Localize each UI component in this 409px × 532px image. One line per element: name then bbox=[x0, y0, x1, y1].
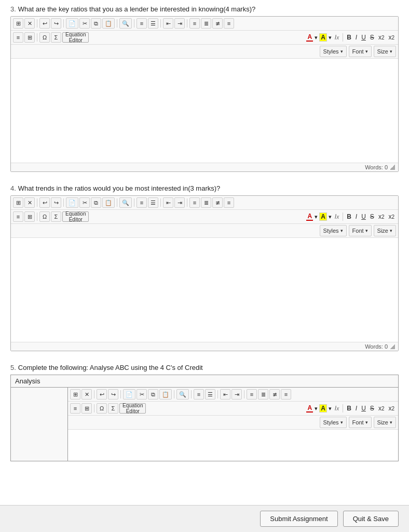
q4-styles-dropdown[interactable]: Styles bbox=[320, 225, 347, 236]
q5-tb-align-right[interactable]: ≢ bbox=[269, 389, 280, 400]
q5-italic-btn[interactable]: I bbox=[354, 403, 359, 414]
q4-tb-source[interactable]: ⊞ bbox=[13, 197, 23, 208]
q4-tb-ol[interactable]: ≡ bbox=[137, 197, 147, 208]
q3-subscript-btn[interactable]: x2 bbox=[377, 32, 386, 43]
q4-tb-align-right[interactable]: ≢ bbox=[212, 197, 223, 208]
q4-clear-format-btn[interactable]: Ix bbox=[333, 211, 340, 222]
q3-tb-align-justify[interactable]: ≡ bbox=[224, 18, 234, 29]
q3-tb-indent-more[interactable]: ⇥ bbox=[174, 18, 185, 29]
q4-tb-maximize[interactable]: ✕ bbox=[24, 197, 35, 208]
q3-tb-cut[interactable]: ✂ bbox=[79, 18, 90, 29]
q5-strike-btn[interactable]: S bbox=[369, 403, 376, 414]
q5-superscript-btn[interactable]: x2 bbox=[387, 403, 396, 414]
q5-size-dropdown[interactable]: Size bbox=[374, 417, 396, 428]
q4-tb-copy[interactable]: ⧉ bbox=[91, 197, 101, 208]
q3-size-dropdown[interactable]: Size bbox=[374, 46, 396, 57]
q3-tb-table[interactable]: ⊞ bbox=[24, 32, 35, 43]
q4-tb-list[interactable]: ≡ bbox=[13, 211, 23, 222]
q3-font-color-arrow[interactable]: ▾ bbox=[315, 34, 318, 41]
q3-tb-find[interactable]: 🔍 bbox=[119, 18, 132, 29]
q3-tb-align-center[interactable]: ≣ bbox=[201, 18, 211, 29]
q5-tb-indent-less[interactable]: ⇤ bbox=[220, 389, 230, 400]
q3-font-bg-arrow[interactable]: ▾ bbox=[329, 34, 332, 41]
q5-bold-btn[interactable]: B bbox=[345, 403, 353, 414]
q3-superscript-btn[interactable]: x2 bbox=[387, 32, 396, 43]
q5-editor-body[interactable] bbox=[68, 430, 398, 461]
q3-font-bg-btn[interactable]: A bbox=[319, 33, 327, 42]
q4-tb-find[interactable]: 🔍 bbox=[119, 197, 132, 208]
q3-editor-body[interactable] bbox=[11, 59, 398, 163]
q3-tb-ol[interactable]: ≡ bbox=[137, 18, 147, 29]
q4-size-dropdown[interactable]: Size bbox=[374, 225, 396, 236]
q3-tb-ul[interactable]: ☰ bbox=[148, 18, 158, 29]
q5-font-bg-btn[interactable]: A bbox=[319, 404, 327, 413]
q4-tb-undo[interactable]: ↩ bbox=[39, 197, 50, 208]
q5-font-dropdown[interactable]: Font bbox=[349, 417, 372, 428]
q4-tb-paste[interactable]: 📋 bbox=[102, 197, 115, 208]
q5-tb-maximize[interactable]: ✕ bbox=[81, 389, 92, 400]
q3-tb-omega[interactable]: Ω bbox=[39, 32, 50, 43]
q3-underline-btn[interactable]: U bbox=[360, 32, 367, 43]
q5-tb-sigma[interactable]: Σ bbox=[108, 403, 118, 414]
q4-tb-cut[interactable]: ✂ bbox=[79, 197, 90, 208]
q3-tb-redo[interactable]: ↪ bbox=[51, 18, 61, 29]
q3-strike-btn[interactable]: S bbox=[369, 32, 376, 43]
q3-font-dropdown[interactable]: Font bbox=[349, 46, 372, 57]
q5-tb-indent-more[interactable]: ⇥ bbox=[231, 389, 242, 400]
q4-tb-redo[interactable]: ↪ bbox=[51, 197, 61, 208]
q4-tb-align-left[interactable]: ≡ bbox=[189, 197, 200, 208]
q5-equation-editor-btn[interactable]: Equation Editor bbox=[119, 403, 146, 414]
q4-font-color-btn[interactable]: A bbox=[306, 212, 313, 221]
q3-resize-handle[interactable] bbox=[390, 165, 395, 170]
q5-tb-ul[interactable]: ☰ bbox=[205, 389, 215, 400]
submit-assignment-button[interactable]: Submit Assignment bbox=[260, 511, 337, 527]
q5-underline-btn[interactable]: U bbox=[360, 403, 367, 414]
q3-italic-btn[interactable]: I bbox=[354, 32, 359, 43]
q5-font-bg-arrow[interactable]: ▾ bbox=[329, 405, 332, 412]
q5-font-color-btn[interactable]: A bbox=[306, 404, 313, 413]
q5-tb-copy[interactable]: ⧉ bbox=[148, 389, 158, 400]
q3-tb-align-left[interactable]: ≡ bbox=[189, 18, 200, 29]
q5-tb-redo[interactable]: ↪ bbox=[108, 389, 118, 400]
q3-tb-maximize[interactable]: ✕ bbox=[24, 18, 35, 29]
q5-tb-omega[interactable]: Ω bbox=[97, 403, 107, 414]
q4-tb-indent-more[interactable]: ⇥ bbox=[174, 197, 185, 208]
q5-tb-paste[interactable]: 📋 bbox=[159, 389, 172, 400]
q4-tb-align-justify[interactable]: ≡ bbox=[224, 197, 234, 208]
q4-tb-indent-less[interactable]: ⇤ bbox=[163, 197, 173, 208]
q3-tb-copy[interactable]: ⧉ bbox=[91, 18, 101, 29]
q4-font-dropdown[interactable]: Font bbox=[349, 225, 372, 236]
q4-font-bg-arrow[interactable]: ▾ bbox=[329, 214, 332, 220]
q3-styles-dropdown[interactable]: Styles bbox=[320, 46, 347, 57]
q5-tb-find[interactable]: 🔍 bbox=[176, 389, 189, 400]
quit-and-save-button[interactable]: Quit & Save bbox=[343, 511, 399, 527]
q5-tb-undo[interactable]: ↩ bbox=[97, 389, 107, 400]
q5-tb-align-center[interactable]: ≣ bbox=[258, 389, 268, 400]
q5-clear-format-btn[interactable]: Ix bbox=[333, 403, 340, 414]
q4-resize-handle[interactable] bbox=[390, 344, 395, 349]
q4-subscript-btn[interactable]: x2 bbox=[377, 211, 386, 222]
q4-editor-body[interactable] bbox=[11, 238, 398, 342]
q5-font-color-arrow[interactable]: ▾ bbox=[315, 405, 318, 412]
q3-tb-indent-less[interactable]: ⇤ bbox=[163, 18, 173, 29]
q5-styles-dropdown[interactable]: Styles bbox=[320, 417, 347, 428]
q4-font-color-arrow[interactable]: ▾ bbox=[315, 214, 318, 220]
q4-superscript-btn[interactable]: x2 bbox=[387, 211, 396, 222]
q3-bold-btn[interactable]: B bbox=[345, 32, 353, 43]
q3-tb-sigma[interactable]: Σ bbox=[51, 32, 61, 43]
q5-subscript-btn[interactable]: x2 bbox=[377, 403, 386, 414]
q4-italic-btn[interactable]: I bbox=[354, 211, 359, 222]
q4-tb-copy-format[interactable]: 📄 bbox=[66, 197, 78, 208]
q4-strike-btn[interactable]: S bbox=[369, 211, 376, 222]
q5-tb-list[interactable]: ≡ bbox=[70, 403, 80, 414]
q4-tb-ul[interactable]: ☰ bbox=[148, 197, 158, 208]
q3-tb-align-right[interactable]: ≢ bbox=[212, 18, 223, 29]
q5-tb-copy-format[interactable]: 📄 bbox=[123, 389, 135, 400]
q4-tb-table[interactable]: ⊞ bbox=[24, 211, 35, 222]
q3-clear-format-btn[interactable]: Ix bbox=[333, 32, 340, 43]
q5-tb-cut[interactable]: ✂ bbox=[137, 389, 147, 400]
q3-tb-paste[interactable]: 📋 bbox=[102, 18, 115, 29]
q5-tb-table[interactable]: ⊞ bbox=[81, 403, 92, 414]
q4-tb-omega[interactable]: Ω bbox=[39, 211, 50, 222]
q3-tb-list[interactable]: ≡ bbox=[13, 32, 23, 43]
